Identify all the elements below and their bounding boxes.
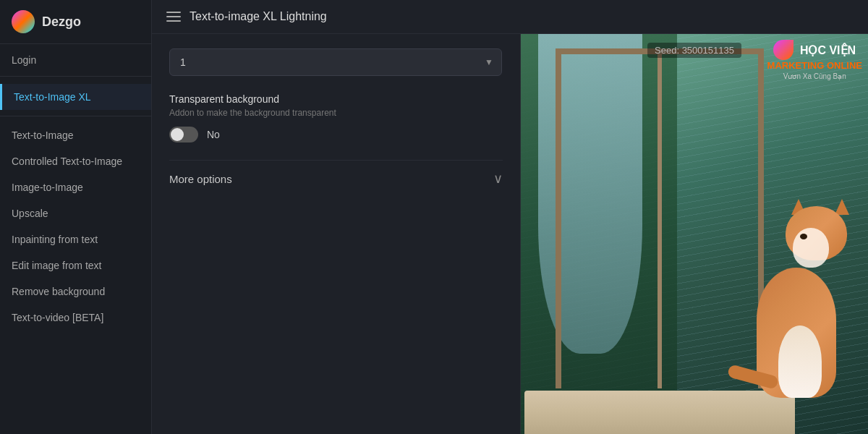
chevron-down-icon: ∨ [493, 171, 503, 187]
toggle-knob [171, 128, 184, 141]
transparent-bg-subtitle: Addon to make the background transparent [169, 108, 503, 118]
brand-tagline2: Vươn Xa Cùng Bạn [767, 72, 862, 80]
sidebar-item-text-to-video[interactable]: Text-to-video [BETA] [0, 305, 151, 331]
topbar: Text-to-image XL Lightning [152, 0, 868, 34]
sidebar-item-text-to-image-xl[interactable]: Text-to-Image XL [0, 84, 151, 110]
more-options-row[interactable]: More options ∨ [169, 160, 503, 197]
transparent-bg-title: Transparent background [169, 93, 503, 105]
brand-logo-icon [773, 40, 793, 60]
sidebar: Dezgo Login Text-to-Image XL Text-to-Ima… [0, 0, 152, 434]
generated-image: Seed: 3500151135 HỌC VIỆN MARKETING ONLI… [521, 34, 868, 434]
login-link[interactable]: Login [0, 44, 151, 77]
brand-tagline1: MARKETING ONLINE [767, 60, 862, 72]
sidebar-item-inpainting[interactable]: Inpainting from text [0, 226, 151, 252]
sidebar-title: Dezgo [42, 14, 81, 30]
dezgo-logo-icon [12, 10, 35, 33]
sidebar-item-upscale[interactable]: Upscale [0, 200, 151, 226]
window-mid-bar [658, 48, 662, 388]
menu-bar-2 [166, 16, 181, 17]
number-select-section: 1 2 3 4 ▼ [169, 48, 503, 76]
brand-watermark: HỌC VIỆN MARKETING ONLINE Vươn Xa Cùng B… [767, 40, 862, 80]
sidebar-item-controlled[interactable]: Controlled Text-to-Image [0, 148, 151, 174]
sidebar-item-remove-bg[interactable]: Remove background [0, 278, 151, 305]
sidebar-item-image-to-image[interactable]: Image-to-Image [0, 174, 151, 200]
menu-bar-3 [166, 20, 181, 22]
toggle-row: No [169, 127, 503, 142]
more-options-label: More options [169, 173, 232, 185]
main-content: Text-to-image XL Lightning 1 2 3 4 ▼ Tra [152, 0, 868, 434]
number-select-wrapper: 1 2 3 4 ▼ [169, 48, 502, 76]
seed-label: Seed: 3500151135 [647, 43, 741, 58]
menu-bar-1 [166, 12, 181, 13]
number-select[interactable]: 1 2 3 4 [169, 48, 502, 76]
sidebar-item-edit-image[interactable]: Edit image from text [0, 252, 151, 278]
window-left-bar [556, 48, 561, 388]
transparent-bg-section: Transparent background Addon to make the… [169, 93, 503, 142]
toggle-state-label: No [207, 129, 220, 140]
page-title: Text-to-image XL Lightning [190, 10, 327, 23]
content-area: 1 2 3 4 ▼ Transparent background Addon t… [152, 34, 868, 434]
right-panel: Seed: 3500151135 HỌC VIỆN MARKETING ONLI… [521, 34, 868, 434]
brand-name: HỌC VIỆN [800, 44, 856, 56]
transparent-bg-toggle[interactable] [169, 127, 198, 142]
left-panel: 1 2 3 4 ▼ Transparent background Addon t… [152, 34, 521, 434]
cat-body [749, 239, 843, 398]
cat-white-belly [778, 326, 822, 398]
menu-icon[interactable] [166, 12, 181, 22]
sidebar-divider [0, 116, 151, 116]
sidebar-header: Dezgo [0, 0, 151, 44]
cat-figure [720, 195, 851, 398]
sidebar-item-text-to-image[interactable]: Text-to-Image [0, 122, 151, 148]
